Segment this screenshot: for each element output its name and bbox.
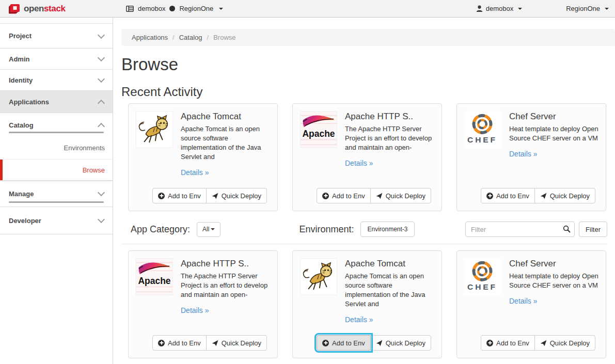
chevron-up-icon (98, 99, 105, 106)
sidebar-item-label: Applications (9, 98, 49, 106)
caret-down-icon (605, 8, 609, 10)
sidebar-top-strip (0, 18, 113, 24)
sidebar-item-developer[interactable]: Developer (0, 207, 113, 234)
environment-button[interactable]: Environment-3 (360, 221, 414, 237)
quick-deploy-button[interactable]: Quick Deploy (370, 188, 431, 203)
add-to-env-button[interactable]: Add to Env (152, 335, 207, 351)
quick-deploy-button[interactable]: Quick Deploy (206, 188, 267, 203)
caret-down-icon (518, 8, 522, 10)
sidebar-item-admin[interactable]: Admin (0, 49, 113, 70)
dot-separator-icon (169, 6, 175, 11)
details-link[interactable]: Details » (181, 168, 209, 177)
sidebar-group-catalog[interactable]: Catalog (0, 113, 113, 137)
app-card-apache: Apache Apache HTTP S.. The Apache HTTP S… (292, 103, 442, 211)
recent-activity-cards: Apache Tomcat Apache Tomcat is an open s… (128, 103, 615, 211)
filter-row: App Category: All Environment: Environme… (131, 221, 607, 237)
app-description: Apache Tomcat is an open source software… (345, 272, 434, 309)
add-to-env-button[interactable]: Add to Env (481, 188, 535, 203)
openstack-logo[interactable]: openstack (8, 4, 117, 14)
sidebar-group-label: Manage (9, 190, 34, 198)
section-title: Recent Activity (121, 85, 615, 99)
breadcrumb-applications[interactable]: Applications (132, 34, 168, 41)
chef-logo: CHEF (464, 258, 501, 295)
svg-text:Apache: Apache (138, 276, 170, 286)
apache-logo: Apache (300, 111, 337, 148)
card-actions: Add to Env Quick Deploy (317, 335, 431, 351)
plus-icon (322, 340, 329, 346)
sidebar-item-label: Environments (64, 144, 105, 152)
user-name: demobox (486, 5, 513, 12)
rocket-icon (376, 340, 383, 346)
app-title: Apache HTTP S.. (181, 258, 270, 269)
caret-down-icon (211, 228, 215, 230)
details-link[interactable]: Details » (181, 306, 209, 314)
app-title: Apache HTTP S.. (345, 111, 434, 122)
app-description: Heat template to deploy Open Source CHEF… (509, 272, 598, 290)
svg-text:CHEF: CHEF (467, 282, 497, 291)
rocket-icon (212, 340, 218, 346)
list-icon (126, 6, 134, 12)
plus-icon (486, 340, 493, 346)
chef-logo: CHEF (464, 111, 501, 148)
filter-search (465, 221, 575, 237)
app-category-label: App Category: (131, 224, 190, 235)
quick-deploy-button[interactable]: Quick Deploy (370, 335, 431, 351)
app-card-chef: CHEF Chef Server Heat template to deploy… (456, 103, 606, 211)
quick-deploy-button[interactable]: Quick Deploy (534, 188, 595, 203)
app-title: Apache Tomcat (181, 111, 270, 122)
search-icon[interactable] (563, 225, 571, 235)
app-category-dropdown[interactable]: All (197, 222, 220, 237)
quick-deploy-button[interactable]: Quick Deploy (206, 335, 267, 351)
breadcrumb-separator: / (207, 34, 209, 41)
breadcrumb-catalog[interactable]: Catalog (179, 34, 202, 41)
add-to-env-button[interactable]: Add to Env (152, 188, 207, 203)
sidebar-item-environments[interactable]: Environments (0, 137, 113, 160)
region-menu[interactable]: RegionOne (566, 5, 609, 12)
chevron-down-icon (98, 189, 105, 196)
tomcat-logo (300, 258, 337, 295)
sidebar-item-label: Developer (9, 217, 41, 225)
divider (121, 244, 607, 244)
sidebar-item-label: Identity (9, 76, 33, 84)
sidebar-item-applications[interactable]: Applications (0, 91, 113, 113)
filter-button[interactable]: Filter (579, 221, 607, 237)
app-title: Chef Server (509, 258, 598, 269)
sidebar-item-label: Project (9, 32, 31, 40)
add-to-env-button[interactable]: Add to Env (481, 335, 535, 351)
add-to-env-button-highlighted[interactable]: Add to Env (317, 335, 371, 351)
details-link[interactable]: Details » (345, 159, 373, 167)
details-link[interactable]: Details » (509, 150, 537, 158)
add-to-env-button[interactable]: Add to Env (317, 188, 371, 203)
app-description: Heat template to deploy Open Source CHEF… (509, 124, 598, 143)
app-card-tomcat: Apache Tomcat Apache Tomcat is an open s… (128, 103, 278, 211)
project-region-switcher[interactable]: demobox RegionOne (126, 5, 223, 12)
card-actions: Add to Env Quick Deploy (317, 188, 431, 203)
sidebar-item-browse[interactable]: Browse (0, 160, 113, 181)
rocket-icon (376, 193, 383, 199)
environment-label: Environment: (299, 224, 354, 235)
chevron-up-icon (98, 122, 105, 130)
details-link[interactable]: Details » (509, 297, 537, 305)
svg-text:CHEF: CHEF (467, 135, 497, 144)
top-bar: openstack demobox RegionOne demobox Regi… (0, 0, 615, 18)
user-menu[interactable]: demobox (476, 5, 522, 12)
rocket-icon (540, 193, 547, 199)
page-title: Browse (121, 55, 615, 74)
sidebar-item-project[interactable]: Project (0, 24, 113, 49)
caret-down-icon (219, 8, 223, 10)
sidebar: Project Admin Identity Applications Cata… (0, 18, 113, 364)
chevron-down-icon (98, 54, 105, 61)
catalog-cards: Apache Apache HTTP S.. The Apache HTTP S… (128, 250, 615, 358)
sidebar-group-manage[interactable]: Manage (0, 181, 113, 207)
card-actions: Add to Env Quick Deploy (152, 188, 267, 203)
breadcrumb: Applications / Catalog / Browse (121, 29, 615, 46)
quick-deploy-button[interactable]: Quick Deploy (534, 335, 595, 351)
brand-cube-icon (8, 4, 20, 14)
app-description: The Apache HTTP Server Project is an eff… (181, 272, 270, 299)
breadcrumb-current: Browse (213, 34, 235, 41)
sidebar-item-identity[interactable]: Identity (0, 70, 113, 91)
rocket-icon (540, 340, 547, 346)
breadcrumb-separator: / (172, 34, 175, 41)
details-link[interactable]: Details » (345, 315, 373, 324)
filter-input[interactable] (465, 221, 575, 237)
